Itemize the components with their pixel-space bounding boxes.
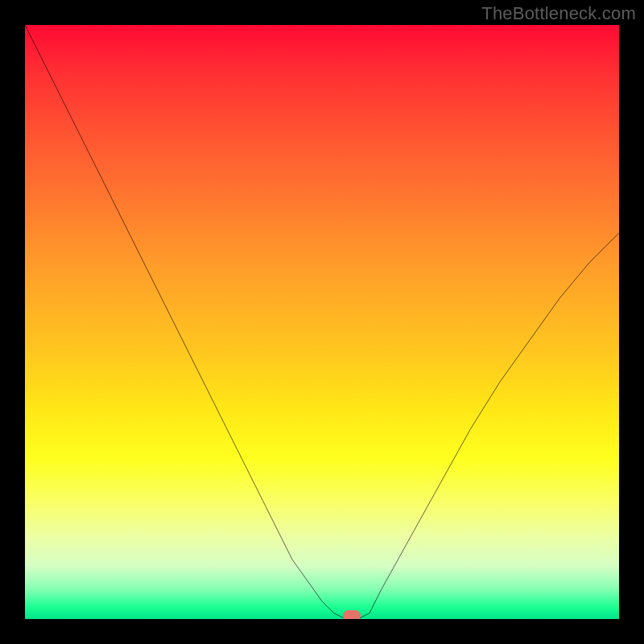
bottleneck-curve — [25, 25, 619, 619]
watermark-label: TheBottleneck.com — [481, 3, 636, 24]
chart-frame: TheBottleneck.com — [0, 0, 644, 644]
plot-area — [25, 25, 619, 619]
optimal-point-marker — [343, 610, 361, 619]
